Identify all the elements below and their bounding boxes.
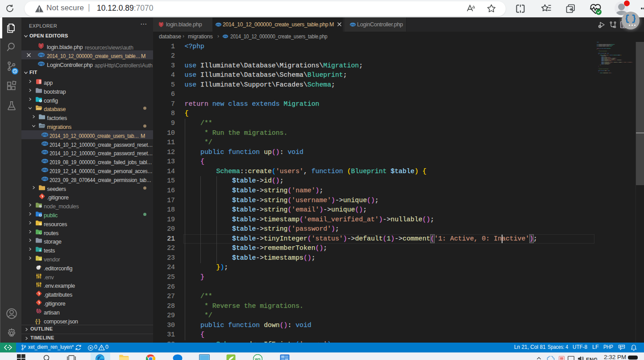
svg-text:php: php — [42, 177, 48, 181]
svg-text:php: php — [223, 35, 227, 37]
svg-text:php: php — [42, 168, 48, 172]
svg-text:php: php — [42, 151, 48, 154]
svg-text:php: php — [39, 53, 44, 57]
svg-text:php: php — [216, 23, 221, 26]
svg-text:php: php — [42, 160, 48, 163]
svg-text:php: php — [350, 23, 355, 26]
svg-text:php: php — [39, 62, 44, 66]
svg-text:php: php — [42, 133, 48, 137]
svg-text:php: php — [42, 142, 48, 145]
svg-text:WS: WS — [255, 357, 261, 360]
